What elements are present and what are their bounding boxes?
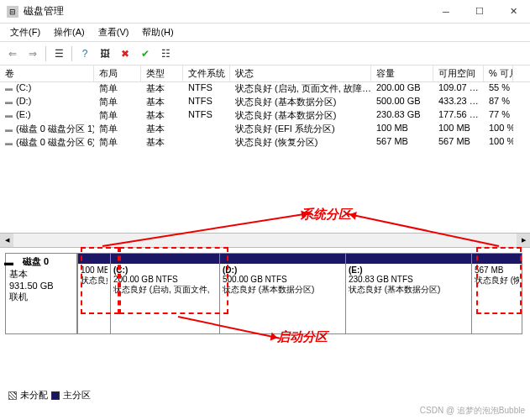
partition-block[interactable]: (D:)500.00 GB NTFS状态良好 (基本数据分区) (220, 253, 346, 334)
cell-type: 基本 (141, 82, 183, 96)
menu-help[interactable]: 帮助(H) (135, 24, 180, 40)
disk-info[interactable]: ▬ 磁盘 0 基本 931.50 GB 联机 (5, 253, 77, 334)
cell-status: 状态良好 (基本数据分区) (230, 96, 371, 109)
menubar: 文件(F) 操作(A) 查看(V) 帮助(H) (0, 24, 530, 42)
cell-layout: 简单 (94, 136, 141, 150)
cell-cap: 500.00 GB (371, 96, 433, 109)
legend-unallocated-label: 未分配 (20, 389, 48, 402)
cell-type: 基本 (141, 96, 183, 109)
partition-bar (220, 254, 345, 264)
cell-status: 状态良好 (恢复分区) (230, 136, 371, 150)
list-view-button[interactable]: ☰ (50, 45, 68, 63)
titlebar: ⊟ 磁盘管理 ─ ☐ ✕ (0, 0, 530, 24)
cell-pct: 55 % (484, 82, 513, 96)
volume-list[interactable]: 卷 布局 类型 文件系统 状态 容量 可用空间 % 可月 (C:)简单基本NTF… (0, 66, 530, 234)
col-capacity[interactable]: 容量 (371, 66, 433, 81)
cell-free: 433.23 … (433, 96, 484, 109)
partition-size: 200.00 GB NTFS (113, 275, 217, 284)
cell-pct: 100 % (484, 123, 513, 136)
cell-free: 109.07 … (433, 82, 484, 96)
partition-body: (C:)200.00 GB NTFS状态良好 (启动, 页面文件, (111, 264, 219, 333)
partition-status: 状态良好 (基本数据分区) (349, 284, 469, 296)
cell-layout: 简单 (94, 82, 141, 96)
scroll-left-button[interactable]: ◀ (0, 234, 13, 247)
partition-bar (111, 254, 219, 264)
disk-type: 基本 (9, 268, 73, 281)
col-layout[interactable]: 布局 (94, 66, 141, 81)
minimize-button[interactable]: ─ (429, 0, 463, 24)
cell-type: 基本 (141, 136, 183, 150)
partition-block[interactable]: 567 MB状态良好 (恢 (472, 253, 522, 334)
volume-row[interactable]: (E:)简单基本NTFS状态良好 (基本数据分区)230.83 GB177.56… (0, 109, 530, 123)
cell-cap: 230.83 GB (371, 109, 433, 123)
menu-view[interactable]: 查看(V) (92, 24, 136, 40)
partition-size: 567 MB (475, 265, 519, 275)
maximize-button[interactable]: ☐ (463, 0, 496, 24)
properties-button[interactable]: ☷ (156, 45, 175, 63)
back-button[interactable]: ⇐ (3, 45, 22, 63)
cell-fs: NTFS (183, 82, 230, 96)
partition-status: 状态良好 (81, 275, 108, 286)
watermark: CSDN @ 追梦的泡泡Bubble (420, 405, 525, 417)
partition-bar (472, 254, 522, 264)
disk-graphical-pane: ▬ 磁盘 0 基本 931.50 GB 联机 100 MB状态良好(C:)200… (0, 247, 530, 339)
horizontal-scrollbar[interactable]: ◀ ▶ (0, 234, 530, 247)
col-volume[interactable]: 卷 (0, 66, 94, 81)
cell-fs: NTFS (183, 109, 230, 123)
partition-bar (78, 254, 110, 264)
legend-primary-label: 主分区 (63, 389, 91, 402)
cell-status: 状态良好 (基本数据分区) (230, 109, 371, 123)
cell-fs (183, 136, 230, 150)
cell-type: 基本 (141, 109, 183, 123)
col-free[interactable]: 可用空间 (433, 66, 484, 81)
volume-row[interactable]: (C:)简单基本NTFS状态良好 (启动, 页面文件, 故障…200.00 GB… (0, 82, 530, 96)
cell-type: 基本 (141, 123, 183, 136)
help-button[interactable]: ? (76, 45, 94, 63)
partition-size: 230.83 GB NTFS (349, 275, 469, 284)
cell-status: 状态良好 (启动, 页面文件, 故障… (230, 82, 371, 96)
partition-name: (C:) (113, 265, 217, 275)
forward-button[interactable]: ⇒ (24, 45, 42, 63)
legend: 未分配 主分区 (8, 389, 91, 402)
toolbar: ⇐ ⇒ ☰ ? 🖽 ✖ ✔ ☷ (0, 42, 530, 66)
scroll-right-button[interactable]: ▶ (517, 234, 530, 247)
partition-block[interactable]: (C:)200.00 GB NTFS状态良好 (启动, 页面文件, (111, 253, 220, 334)
volume-header[interactable]: 卷 布局 类型 文件系统 状态 容量 可用空间 % 可月 (0, 66, 530, 82)
partition-block[interactable]: 100 MB状态良好 (77, 253, 111, 334)
delete-button[interactable]: ✖ (116, 45, 134, 63)
partition-block[interactable]: (E:)230.83 GB NTFS状态良好 (基本数据分区) (346, 253, 472, 334)
volume-row[interactable]: (D:)简单基本NTFS状态良好 (基本数据分区)500.00 GB433.23… (0, 96, 530, 109)
cell-vol: (C:) (0, 82, 94, 96)
cell-pct: 100 % (484, 136, 513, 150)
partition-name: (D:) (223, 265, 343, 275)
cell-free: 567 MB (433, 136, 484, 150)
menu-action[interactable]: 操作(A) (47, 24, 92, 40)
close-button[interactable]: ✕ (496, 0, 530, 24)
col-pct[interactable]: % 可月 (484, 66, 513, 81)
cell-pct: 87 % (484, 96, 513, 109)
partition-name: (E:) (349, 265, 469, 275)
legend-primary-swatch (51, 391, 60, 400)
app-icon: ⊟ (7, 6, 18, 18)
col-fs[interactable]: 文件系统 (183, 66, 230, 81)
menu-file[interactable]: 文件(F) (3, 24, 47, 40)
col-status[interactable]: 状态 (230, 66, 371, 81)
check-button[interactable]: ✔ (136, 45, 155, 63)
disk-status: 联机 (9, 291, 73, 303)
window-title: 磁盘管理 (24, 4, 429, 18)
volume-row[interactable]: (磁盘 0 磁盘分区 1)简单基本状态良好 (EFI 系统分区)100 MB10… (0, 123, 530, 136)
cell-free: 177.56 … (433, 109, 484, 123)
col-type[interactable]: 类型 (141, 66, 183, 81)
cell-cap: 100 MB (371, 123, 433, 136)
cell-cap: 200.00 GB (371, 82, 433, 96)
partition-size: 100 MB (81, 265, 108, 275)
volume-row[interactable]: (磁盘 0 磁盘分区 6)简单基本状态良好 (恢复分区)567 MB567 MB… (0, 136, 530, 150)
cell-layout: 简单 (94, 123, 141, 136)
refresh-button[interactable]: 🖽 (96, 45, 114, 63)
cell-vol: (E:) (0, 109, 94, 123)
partition-body: 100 MB状态良好 (78, 264, 110, 333)
disk-size: 931.50 GB (9, 281, 73, 291)
cell-status: 状态良好 (EFI 系统分区) (230, 123, 371, 136)
partition-size: 500.00 GB NTFS (223, 275, 343, 284)
cell-layout: 简单 (94, 96, 141, 109)
